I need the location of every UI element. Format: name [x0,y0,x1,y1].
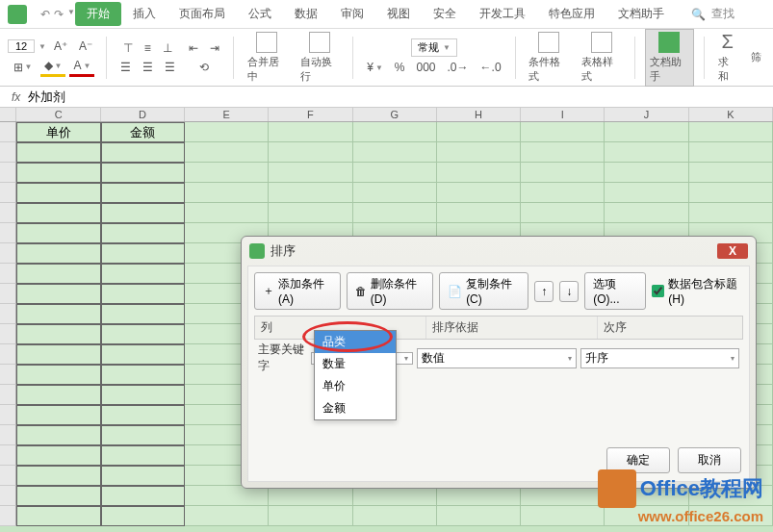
table-cell[interactable] [16,183,100,203]
table-cell[interactable] [101,163,185,183]
tab-devtools[interactable]: 开发工具 [468,2,537,26]
row-header[interactable] [0,223,16,243]
col-header-d[interactable]: D [101,108,185,121]
row-header[interactable] [0,183,16,203]
close-button[interactable]: X [717,243,748,259]
table-cell[interactable] [353,486,437,506]
table-cell[interactable] [689,183,773,203]
table-cell[interactable] [16,163,100,183]
table-cell[interactable] [16,506,100,526]
tab-review[interactable]: 审阅 [329,2,375,26]
orientation-icon[interactable]: ⟲ [195,59,213,76]
table-cell[interactable] [353,506,437,526]
table-cell[interactable] [101,304,185,324]
wrap-text-button[interactable]: 自动换行 [296,30,344,86]
sum-button[interactable]: Σ 求和 [714,29,741,86]
table-cell[interactable] [437,506,521,526]
align-center-icon[interactable]: ☰ [139,59,157,76]
table-cell[interactable] [16,324,100,344]
tab-layout[interactable]: 页面布局 [167,2,237,26]
undo-icon[interactable]: ↶ [40,8,50,21]
row-header[interactable] [0,445,16,466]
undo-dropdown-icon[interactable]: ▼ [67,8,75,21]
tab-view[interactable]: 视图 [375,2,422,26]
search-box[interactable]: 🔍 查找 [691,6,734,22]
table-cell[interactable] [101,506,185,526]
comma-icon[interactable]: 000 [413,59,440,76]
add-condition-button[interactable]: ＋添加条件(A) [254,272,341,310]
col-header-g[interactable]: G [353,108,437,121]
table-cell[interactable] [101,405,185,425]
align-top-icon[interactable]: ⊤ [119,39,137,57]
copy-condition-button[interactable]: 📄复制条件(C) [439,272,528,310]
sort-basis-combo[interactable]: 数值▾ [417,348,576,368]
font-color-icon[interactable]: A▼ [69,57,94,77]
table-cell[interactable] [185,163,269,183]
row-header[interactable] [0,365,16,385]
table-cell[interactable] [689,163,773,183]
chevron-down-icon[interactable]: ▼ [39,42,46,51]
inc-decimal-icon[interactable]: .0→ [444,59,473,76]
dropdown-item-amount[interactable]: 金额 [315,397,396,419]
table-cell[interactable] [101,223,185,243]
table-cell[interactable] [605,183,688,203]
table-cell[interactable] [269,142,352,163]
dec-decimal-icon[interactable]: ←.0 [477,59,505,76]
formula-input[interactable] [28,89,769,104]
table-cell[interactable] [689,122,773,142]
row-header[interactable] [0,203,16,223]
table-cell[interactable] [101,385,185,405]
table-cell[interactable] [185,506,269,526]
row-header[interactable] [0,324,16,344]
row-header[interactable] [0,264,16,284]
delete-condition-button[interactable]: 🗑删除条件(D) [347,272,433,310]
cell-header-amount[interactable]: 金额 [101,122,185,142]
table-cell[interactable] [353,163,437,183]
table-cell[interactable] [605,122,688,142]
tab-start[interactable]: 开始 [75,2,121,26]
table-cell[interactable] [437,203,521,223]
table-cell[interactable] [185,122,269,142]
table-cell[interactable] [521,506,605,526]
table-cell[interactable] [437,142,521,163]
table-cell[interactable] [437,183,521,203]
table-cell[interactable] [101,183,185,203]
table-cell[interactable] [16,264,100,284]
table-cell[interactable] [437,486,521,506]
table-cell[interactable] [16,445,100,466]
table-cell[interactable] [16,284,100,304]
table-cell[interactable] [101,324,185,344]
indent-increase-icon[interactable]: ⇥ [206,39,223,57]
table-cell[interactable] [353,122,437,142]
table-cell[interactable] [16,203,100,223]
table-cell[interactable] [16,344,100,365]
table-cell[interactable] [185,142,269,163]
table-cell[interactable] [185,183,269,203]
table-cell[interactable] [185,486,269,506]
increase-font-icon[interactable]: A⁺ [50,38,71,55]
conditional-format-button[interactable]: 条件格式 [525,30,572,86]
table-cell[interactable] [521,203,605,223]
table-cell[interactable] [605,203,688,223]
row-header[interactable] [0,284,16,304]
row-header[interactable] [0,344,16,365]
align-middle-icon[interactable]: ≡ [141,39,155,57]
indent-decrease-icon[interactable]: ⇤ [185,39,202,57]
options-button[interactable]: 选项(O)... [584,272,646,310]
row-header[interactable] [0,122,16,142]
table-cell[interactable] [16,425,100,445]
dropdown-item-category[interactable]: 品类 [315,331,396,353]
decrease-font-icon[interactable]: A⁻ [75,38,96,55]
col-header-e[interactable]: E [185,108,269,121]
dialog-titlebar[interactable]: 排序 X [242,237,756,266]
table-cell[interactable] [16,385,100,405]
table-cell[interactable] [101,344,185,365]
table-cell[interactable] [605,163,688,183]
fill-color-icon[interactable]: ◆▼ [40,57,66,77]
table-cell[interactable] [101,466,185,486]
table-cell[interactable] [16,243,100,264]
table-cell[interactable] [101,243,185,264]
table-cell[interactable] [269,486,352,506]
row-header[interactable] [0,385,16,405]
table-cell[interactable] [437,122,521,142]
